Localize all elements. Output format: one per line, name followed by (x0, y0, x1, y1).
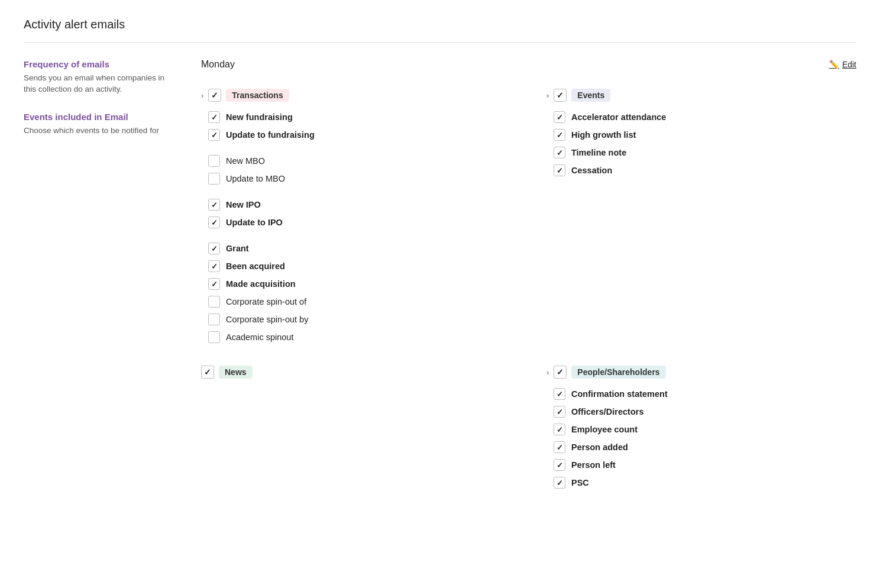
list-item: Academic spinout (208, 330, 511, 344)
group-checkbox-news[interactable]: ✓ (201, 366, 214, 379)
item-label-transactions-4: Update to MBO (226, 174, 285, 183)
list-item: ✓New fundraising (208, 110, 511, 124)
item-label-events-0: Accelerator attendance (571, 112, 666, 122)
item-checkbox-people-0[interactable]: ✓ (554, 388, 565, 400)
item-checkbox-transactions-0[interactable]: ✓ (208, 111, 220, 123)
list-item: ✓Update to IPO (208, 215, 511, 230)
item-checkbox-people-1[interactable]: ✓ (554, 406, 565, 418)
item-label-events-2: Timeline note (571, 148, 626, 157)
group-header-transactions: ›✓Transactions (201, 89, 511, 102)
frequency-value: Monday (201, 59, 235, 70)
frequency-desc: Sends you an email when companies in thi… (24, 73, 166, 95)
item-label-transactions-3: New MBO (226, 156, 265, 166)
frequency-row: Monday ✏️ Edit (201, 59, 856, 70)
spacer (208, 233, 511, 238)
item-label-people-0: Confirmation statement (571, 389, 668, 399)
list-item: ✓Employee count (554, 422, 856, 437)
frequency-section: Frequency of emails Sends you an email w… (24, 59, 166, 95)
item-label-people-4: Person left (571, 460, 616, 470)
group-label-people: People/Shareholders (571, 366, 665, 379)
divider (24, 42, 856, 43)
group-label-transactions: Transactions (226, 89, 289, 102)
events-title: Events included in Email (24, 112, 166, 122)
group-label-news: News (219, 366, 253, 379)
item-checkbox-events-1[interactable]: ✓ (554, 129, 565, 141)
item-checkbox-people-3[interactable]: ✓ (554, 441, 565, 453)
item-label-events-3: Cessation (571, 166, 612, 175)
item-checkbox-transactions-11[interactable]: ✓ (208, 278, 220, 290)
item-checkbox-transactions-4[interactable] (208, 173, 220, 185)
content-area: Monday ✏️ Edit ›✓Transactions✓New fundra… (201, 59, 856, 490)
item-label-people-5: PSC (571, 478, 589, 487)
events-grid: ›✓Transactions✓New fundraising✓Update to… (201, 89, 856, 490)
edit-button[interactable]: ✏️ Edit (829, 60, 856, 69)
list-item: ✓Made acquisition (208, 277, 511, 291)
list-item: New MBO (208, 154, 511, 168)
chevron-icon-people[interactable]: › (546, 368, 549, 377)
group-people: ›✓People/Shareholders✓Confirmation state… (546, 366, 856, 490)
item-label-people-3: Person added (571, 442, 628, 452)
item-label-transactions-13: Corporate spin-out by (226, 315, 308, 324)
item-list-people: ✓Confirmation statement✓Officers/Directo… (554, 387, 856, 490)
group-checkbox-events[interactable]: ✓ (554, 89, 567, 102)
item-checkbox-transactions-6[interactable]: ✓ (208, 199, 220, 211)
item-checkbox-transactions-14[interactable] (208, 331, 220, 343)
list-item: ✓Person added (554, 440, 856, 454)
item-checkbox-transactions-3[interactable] (208, 155, 220, 167)
item-checkbox-events-2[interactable]: ✓ (554, 147, 565, 159)
item-label-transactions-6: New IPO (226, 200, 261, 209)
group-checkbox-transactions[interactable]: ✓ (208, 89, 221, 102)
item-checkbox-transactions-7[interactable]: ✓ (208, 217, 220, 228)
list-item: ✓PSC (554, 476, 856, 490)
item-label-transactions-11: Made acquisition (226, 279, 296, 289)
item-checkbox-transactions-9[interactable]: ✓ (208, 243, 220, 254)
item-label-transactions-0: New fundraising (226, 112, 293, 122)
item-checkbox-people-2[interactable]: ✓ (554, 424, 565, 435)
item-label-transactions-12: Corporate spin-out of (226, 297, 306, 306)
list-item: ✓Cessation (554, 163, 856, 177)
group-news: ✓News (201, 366, 511, 490)
page-title: Activity alert emails (24, 18, 856, 31)
group-header-people: ›✓People/Shareholders (546, 366, 856, 379)
list-item: Corporate spin-out of (208, 295, 511, 309)
list-item: ✓Officers/Directors (554, 405, 856, 419)
edit-label: Edit (842, 60, 856, 69)
chevron-icon-events[interactable]: › (546, 91, 549, 100)
item-checkbox-events-3[interactable]: ✓ (554, 164, 565, 176)
item-label-events-1: High growth list (571, 130, 636, 140)
group-header-news: ✓News (201, 366, 511, 379)
pencil-icon: ✏️ (829, 60, 839, 69)
item-label-people-1: Officers/Directors (571, 407, 644, 416)
list-item: ✓Person left (554, 458, 856, 472)
list-item: Update to MBO (208, 172, 511, 186)
group-label-events: Events (571, 89, 610, 102)
list-item: ✓Been acquired (208, 259, 511, 273)
item-label-transactions-1: Update to fundraising (226, 130, 315, 140)
item-checkbox-transactions-1[interactable]: ✓ (208, 129, 220, 141)
item-label-transactions-9: Grant (226, 244, 249, 253)
events-desc: Choose which events to be notified for (24, 125, 166, 137)
item-checkbox-people-5[interactable]: ✓ (554, 477, 565, 489)
chevron-icon-transactions[interactable]: › (201, 91, 203, 100)
events-section: Events included in Email Choose which ev… (24, 112, 166, 137)
list-item: Corporate spin-out by (208, 312, 511, 327)
item-label-transactions-14: Academic spinout (226, 332, 293, 342)
list-item: ✓New IPO (208, 198, 511, 212)
list-item: ✓Accelerator attendance (554, 110, 856, 124)
spacer (208, 189, 511, 194)
frequency-title: Frequency of emails (24, 59, 166, 69)
item-checkbox-transactions-13[interactable] (208, 314, 220, 325)
group-events: ›✓Events✓Accelerator attendance✓High gro… (546, 89, 856, 344)
item-checkbox-events-0[interactable]: ✓ (554, 111, 565, 123)
spacer (208, 146, 511, 150)
group-transactions: ›✓Transactions✓New fundraising✓Update to… (201, 89, 511, 344)
item-list-events: ✓Accelerator attendance✓High growth list… (554, 110, 856, 177)
group-checkbox-people[interactable]: ✓ (554, 366, 567, 379)
sidebar: Frequency of emails Sends you an email w… (24, 59, 166, 490)
item-checkbox-transactions-12[interactable] (208, 296, 220, 308)
item-checkbox-transactions-10[interactable]: ✓ (208, 260, 220, 272)
list-item: ✓Timeline note (554, 146, 856, 160)
item-label-transactions-10: Been acquired (226, 261, 285, 271)
list-item: ✓Confirmation statement (554, 387, 856, 401)
item-checkbox-people-4[interactable]: ✓ (554, 459, 565, 471)
